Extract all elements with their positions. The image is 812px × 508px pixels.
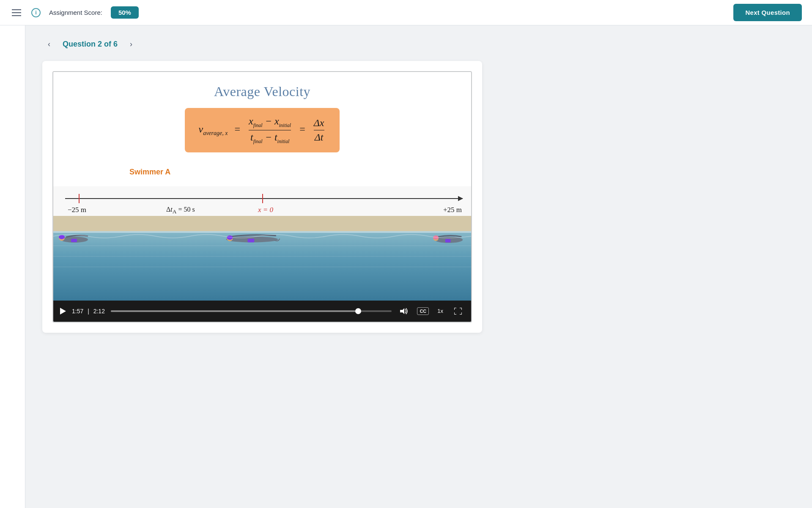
lane-line-3	[53, 267, 471, 267]
right-axis-label: +25 m	[443, 206, 462, 214]
center-axis-label: x = 0	[258, 206, 273, 214]
topbar: i Assignment Score: 50% Next Question	[0, 0, 812, 25]
formula-section: vaverage, x = xfinal − xinitial tfinal −…	[53, 104, 471, 161]
next-question-button[interactable]: Next Question	[733, 4, 802, 21]
video-card: Average Velocity vaverage, x = xfinal − …	[42, 61, 482, 333]
lane-line-2	[53, 256, 471, 257]
question-label: Question 2 of 6	[63, 40, 118, 49]
next-question-arrow[interactable]: ›	[124, 37, 138, 51]
content-area: ‹ Question 2 of 6 › Average Velocity vav…	[25, 25, 812, 508]
formula-box: vaverage, x = xfinal − xinitial tfinal −…	[185, 108, 339, 152]
swimmer-label-area: Swimmer A	[53, 161, 471, 186]
speed-button[interactable]: 1x	[435, 306, 446, 316]
main-layout: ‹ Question 2 of 6 › Average Velocity vav…	[0, 25, 812, 508]
swimmer-a-label: Swimmer A	[129, 168, 170, 177]
question-nav: ‹ Question 2 of 6 ›	[42, 37, 795, 51]
video-controls: 1:57 | 2:12	[53, 301, 471, 322]
cc-button[interactable]: CC	[417, 307, 429, 315]
fullscreen-button[interactable]	[452, 306, 464, 316]
sidebar-strip	[0, 25, 25, 508]
svg-marker-12	[60, 308, 66, 315]
progress-thumb	[355, 308, 361, 314]
prev-question-arrow[interactable]: ‹	[42, 37, 56, 51]
play-button[interactable]	[60, 308, 66, 315]
pool-visual	[53, 216, 471, 301]
svg-marker-13	[400, 308, 404, 314]
video-title-area: Average Velocity	[53, 72, 471, 104]
delta-t-label: ΔtA = 50 s	[166, 206, 195, 215]
video-title: Average Velocity	[62, 84, 463, 99]
score-badge: 50%	[111, 6, 139, 19]
hamburger-menu-icon[interactable]	[10, 8, 23, 18]
info-icon[interactable]: i	[31, 8, 41, 17]
video-container: Average Velocity vaverage, x = xfinal − …	[52, 71, 472, 323]
current-time: 1:57 | 2:12	[72, 308, 105, 315]
progress-fill	[111, 310, 358, 312]
assignment-score-label: Assignment Score:	[49, 9, 102, 16]
progress-bar[interactable]	[111, 310, 392, 312]
pool-diagram: −25 m x = 0 +25 m ΔtA = 50 s	[53, 186, 471, 301]
formula-display: vaverage, x = xfinal − xinitial tfinal −…	[198, 116, 326, 145]
left-axis-label: −25 m	[68, 206, 86, 214]
number-line-area: −25 m x = 0 +25 m ΔtA = 50 s	[53, 186, 471, 216]
volume-button[interactable]	[398, 306, 411, 316]
topbar-left: i Assignment Score: 50%	[10, 6, 139, 19]
